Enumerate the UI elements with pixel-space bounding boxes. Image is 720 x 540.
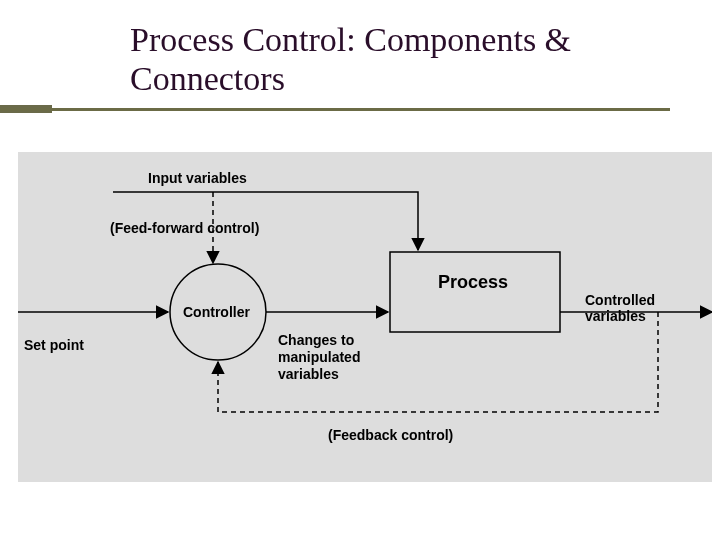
controller-circle bbox=[170, 264, 266, 360]
title-underline bbox=[0, 108, 670, 111]
slide-title: Process Control: Components & Connectors bbox=[130, 20, 690, 98]
process-box bbox=[390, 252, 560, 332]
diagram-panel: Input variables (Feed-forward control) C… bbox=[18, 152, 712, 482]
diagram-svg bbox=[18, 152, 712, 482]
arrow-feedback bbox=[218, 312, 658, 412]
arrow-input-to-process bbox=[113, 192, 418, 250]
